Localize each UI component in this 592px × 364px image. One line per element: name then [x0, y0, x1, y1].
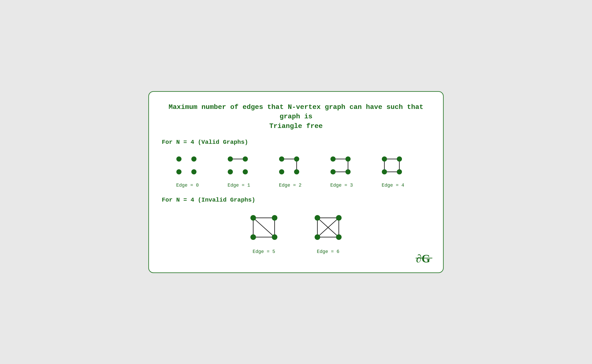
svg-point-21 [345, 169, 351, 174]
graph-edge-1: Edge = 1 [213, 151, 265, 188]
valid-section-label: For N = 4 (Valid Graphs) [162, 139, 430, 145]
svg-point-47 [315, 234, 320, 240]
svg-point-3 [191, 169, 196, 174]
main-card: Maximum number of edges that N-vertex gr… [148, 91, 444, 273]
svg-point-0 [176, 156, 182, 162]
graph-canvas-0 [170, 151, 205, 179]
svg-point-26 [382, 156, 387, 162]
svg-text:∂G: ∂G [416, 253, 430, 265]
logo: ∂G [416, 252, 433, 266]
svg-point-11 [279, 156, 284, 162]
graph-edge-6: Edge = 6 [296, 209, 360, 254]
svg-point-1 [191, 156, 196, 162]
svg-point-12 [294, 156, 299, 162]
edge-label-1: Edge = 1 [228, 183, 250, 188]
svg-point-2 [176, 169, 182, 174]
graph-edge-0: Edge = 0 [162, 151, 213, 188]
edge-label-5: Edge = 5 [253, 249, 275, 254]
svg-point-7 [228, 169, 233, 174]
graph-canvas-5 [242, 209, 285, 246]
graph-edge-3: Edge = 3 [316, 151, 367, 188]
svg-point-14 [294, 169, 299, 174]
svg-point-6 [243, 156, 248, 162]
svg-point-27 [397, 156, 402, 162]
graph-canvas-1 [222, 151, 256, 179]
svg-point-37 [250, 234, 256, 240]
valid-graphs-row: Edge = 0 Edge = 1 [162, 151, 430, 188]
invalid-section: For N = 4 (Invalid Graphs) [162, 197, 430, 254]
svg-point-18 [331, 156, 336, 162]
invalid-section-label: For N = 4 (Invalid Graphs) [162, 197, 430, 203]
invalid-graphs-row: Edge = 5 [162, 209, 430, 254]
page-title: Maximum number of edges that N-vertex gr… [162, 103, 430, 131]
graph-canvas-6 [307, 209, 350, 246]
graph-canvas-3 [325, 151, 359, 179]
svg-point-19 [345, 156, 351, 162]
svg-point-28 [382, 169, 387, 174]
edge-label-3: Edge = 3 [330, 183, 353, 188]
edge-label-6: Edge = 6 [317, 249, 339, 254]
svg-point-45 [315, 215, 320, 221]
edge-label-4: Edge = 4 [382, 183, 404, 188]
graph-edge-4: Edge = 4 [367, 151, 419, 188]
svg-point-38 [272, 234, 277, 240]
svg-point-46 [336, 215, 342, 221]
svg-line-34 [253, 218, 275, 237]
svg-point-35 [250, 215, 256, 221]
edge-label-2: Edge = 2 [279, 183, 302, 188]
graph-canvas-2 [273, 151, 307, 179]
svg-point-36 [272, 215, 277, 221]
svg-point-13 [279, 169, 284, 174]
graph-canvas-4 [376, 151, 410, 179]
svg-point-8 [243, 169, 248, 174]
svg-point-48 [336, 234, 342, 240]
svg-point-29 [397, 169, 402, 174]
svg-point-5 [228, 156, 233, 162]
edge-label-0: Edge = 0 [176, 183, 199, 188]
svg-point-20 [331, 169, 336, 174]
graph-edge-5: Edge = 5 [232, 209, 296, 254]
graph-edge-2: Edge = 2 [265, 151, 316, 188]
